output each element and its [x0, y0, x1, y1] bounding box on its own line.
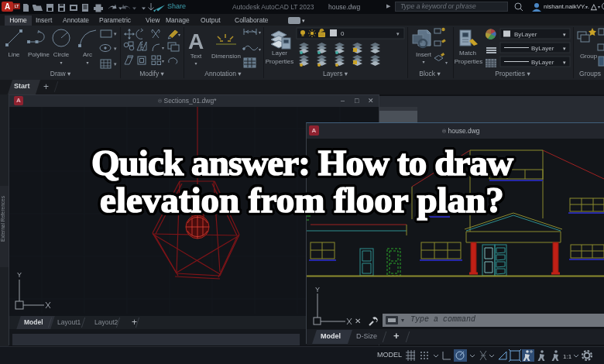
- svg-text:▾: ▾: [162, 59, 164, 64]
- svg-text:▾: ▾: [396, 31, 400, 36]
- svg-text:Y: Y: [315, 286, 320, 294]
- svg-text:ByLayer: ByLayer: [531, 45, 554, 52]
- svg-text:1:1: 1:1: [563, 353, 572, 360]
- svg-text:▾: ▾: [445, 60, 448, 65]
- svg-text:▾: ▾: [563, 32, 566, 37]
- svg-text:▾: ▾: [563, 46, 566, 51]
- svg-text:▾: ▾: [162, 46, 164, 50]
- svg-text:▾: ▾: [563, 60, 566, 65]
- svg-text:▾: ▾: [259, 47, 261, 52]
- svg-text:▾: ▾: [114, 46, 117, 51]
- svg-text:▾: ▾: [178, 33, 180, 37]
- svg-text:▾: ▾: [114, 31, 117, 36]
- svg-text:ByLayer: ByLayer: [531, 59, 554, 66]
- svg-text:▾: ▾: [114, 61, 117, 67]
- svg-text:▾: ▾: [259, 30, 261, 35]
- svg-text:Y: Y: [17, 271, 22, 279]
- svg-text:ByLayer: ByLayer: [514, 31, 537, 38]
- svg-text:A: A: [188, 29, 204, 53]
- svg-text:0: 0: [341, 30, 345, 37]
